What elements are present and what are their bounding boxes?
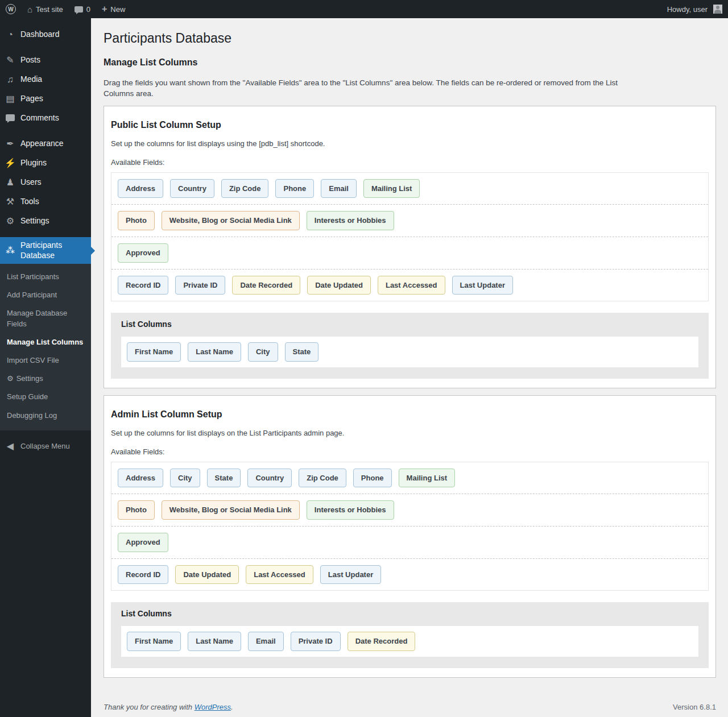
section-heading: Manage List Columns — [104, 57, 716, 68]
field-chip-date-recorded[interactable]: Date Recorded — [232, 276, 300, 295]
page-description: Drag the fields you want shown from the … — [104, 77, 635, 99]
field-chip-approved[interactable]: Approved — [118, 533, 168, 552]
field-chip-first-name[interactable]: First Name — [127, 342, 181, 362]
sidebar-item-posts[interactable]: ✎Posts — [0, 51, 91, 70]
public-list-columns-dropzone[interactable]: First NameLast NameCityState — [121, 337, 698, 367]
submenu-item-manage-list-columns[interactable]: Manage List Columns — [0, 333, 91, 351]
comments-bubble-icon — [75, 6, 83, 13]
users-icon: ♟ — [0, 178, 20, 187]
field-chip-address[interactable]: Address — [118, 179, 163, 198]
field-chip-photo[interactable]: Photo — [118, 500, 155, 520]
submenu-item-add-participant[interactable]: Add Participant — [0, 286, 91, 304]
field-chip-date-updated[interactable]: Date Updated — [307, 276, 371, 295]
field-chip-country[interactable]: Country — [247, 469, 292, 488]
field-chip-mailing-list[interactable]: Mailing List — [363, 179, 420, 198]
admin-list-columns-dropzone[interactable]: First NameLast NameEmailPrivate IDDate R… — [121, 626, 698, 657]
collapse-icon: ◀ — [0, 442, 20, 451]
submenu-item-settings[interactable]: ⚙Settings — [0, 370, 91, 388]
field-chip-last-updater[interactable]: Last Updater — [320, 565, 381, 585]
field-chip-last-accessed[interactable]: Last Accessed — [246, 565, 313, 585]
admin-available-fields-area: AddressCityStateCountryZip CodePhoneMail… — [111, 462, 709, 591]
list-columns-title: List Columns — [121, 320, 698, 329]
field-chip-address[interactable]: Address — [118, 469, 163, 488]
field-chip-date-updated[interactable]: Date Updated — [175, 565, 239, 585]
participants-database-submenu: List ParticipantsAdd ParticipantManage D… — [0, 264, 91, 430]
submenu-item-list-participants[interactable]: List Participants — [0, 268, 91, 286]
field-chip-last-name[interactable]: Last Name — [188, 632, 241, 651]
field-chip-city[interactable]: City — [170, 469, 200, 488]
field-chip-private-id[interactable]: Private ID — [291, 632, 341, 651]
wordpress-link[interactable]: WordPress — [195, 703, 231, 711]
available-fields-row: AddressCityStateCountryZip CodePhoneMail… — [111, 462, 708, 495]
field-chip-photo[interactable]: Photo — [118, 211, 155, 230]
admin-panel-title: Admin List Column Setup — [111, 409, 709, 420]
admin-panel-description: Set up the columns for list displays on … — [111, 429, 709, 437]
plus-icon: + — [102, 5, 107, 14]
field-chip-date-recorded[interactable]: Date Recorded — [348, 632, 416, 651]
field-chip-last-updater[interactable]: Last Updater — [452, 276, 513, 295]
field-chip-state[interactable]: State — [207, 469, 241, 488]
field-chip-private-id[interactable]: Private ID — [175, 276, 225, 295]
wordpress-menu[interactable] — [0, 0, 22, 18]
admin-sidebar: ◔Dashboard✎Posts♫Media▤PagesComments✒App… — [0, 18, 91, 717]
field-chip-last-accessed[interactable]: Last Accessed — [378, 276, 445, 295]
pages-icon: ▤ — [0, 94, 20, 103]
public-panel-description: Set up the columns for list displays usi… — [111, 139, 709, 148]
field-chip-zip-code[interactable]: Zip Code — [221, 179, 269, 198]
gear-icon: ⚙ — [7, 374, 14, 384]
field-chip-phone[interactable]: Phone — [353, 469, 392, 488]
sidebar-item-users[interactable]: ♟Users — [0, 173, 91, 192]
site-name-link[interactable]: ⌂ Test site — [22, 0, 69, 18]
sidebar-item-media[interactable]: ♫Media — [0, 70, 91, 89]
available-fields-row: PhotoWebsite, Blog or Social Media LinkI… — [111, 494, 708, 527]
sidebar-item-label: Media — [20, 74, 42, 85]
field-chip-state[interactable]: State — [285, 342, 319, 362]
collapse-menu-button[interactable]: ◀ Collapse Menu — [0, 437, 91, 455]
field-chip-country[interactable]: Country — [170, 179, 214, 198]
account-menu[interactable]: Howdy, user — [661, 0, 728, 18]
submenu-item-import-csv-file[interactable]: Import CSV File — [0, 351, 91, 370]
sidebar-item-label: Settings — [20, 216, 49, 226]
field-chip-interests-or-hobbies[interactable]: Interests or Hobbies — [307, 211, 394, 230]
admin-footer: Thank you for creating with WordPress. V… — [104, 678, 716, 717]
sidebar-item-appearance[interactable]: ✒Appearance — [0, 134, 91, 154]
available-fields-row: Record IDPrivate IDDate RecordedDate Upd… — [111, 270, 708, 301]
submenu-item-manage-database-fields[interactable]: Manage Database Fields — [0, 304, 91, 333]
sidebar-item-comments[interactable]: Comments — [0, 109, 91, 128]
field-chip-approved[interactable]: Approved — [118, 243, 168, 263]
field-chip-city[interactable]: City — [248, 342, 278, 362]
sidebar-item-plugins[interactable]: ⚡Plugins — [0, 154, 91, 173]
field-chip-record-id[interactable]: Record ID — [118, 565, 168, 585]
footer-thanks-text: Thank you for creating with — [104, 703, 195, 711]
submenu-item-label: Add Participant — [7, 290, 57, 300]
sidebar-item-label: Users — [20, 177, 42, 188]
available-fields-row: PhotoWebsite, Blog or Social Media LinkI… — [111, 205, 708, 237]
field-chip-email[interactable]: Email — [321, 179, 357, 198]
sidebar-item-participants-database[interactable]: ⁂Participants Database — [0, 237, 91, 264]
sidebar-item-dashboard[interactable]: ◔Dashboard — [0, 25, 91, 44]
new-content-link[interactable]: + New — [96, 0, 131, 18]
submenu-item-label: Debugging Log — [7, 411, 57, 421]
field-chip-phone[interactable]: Phone — [275, 179, 314, 198]
field-chip-website-blog-or-social-media-link[interactable]: Website, Blog or Social Media Link — [162, 500, 300, 520]
submenu-item-label: Setup Guide — [7, 392, 48, 402]
sidebar-item-pages[interactable]: ▤Pages — [0, 89, 91, 109]
sidebar-item-tools[interactable]: ⚒Tools — [0, 192, 91, 212]
field-chip-email[interactable]: Email — [248, 632, 284, 651]
field-chip-record-id[interactable]: Record ID — [118, 276, 168, 295]
sidebar-item-label: Participants Database — [20, 241, 89, 260]
sidebar-item-settings[interactable]: ⚙Settings — [0, 212, 91, 231]
submenu-item-debugging-log[interactable]: Debugging Log — [0, 407, 91, 425]
comments-link[interactable]: 0 — [69, 0, 96, 18]
field-chip-website-blog-or-social-media-link[interactable]: Website, Blog or Social Media Link — [162, 211, 300, 230]
participants-icon: ⁂ — [0, 246, 20, 255]
field-chip-interests-or-hobbies[interactable]: Interests or Hobbies — [307, 500, 394, 520]
version-text: Version 6.8.1 — [673, 703, 716, 711]
field-chip-mailing-list[interactable]: Mailing List — [399, 469, 456, 488]
submenu-item-setup-guide[interactable]: Setup Guide — [0, 388, 91, 406]
dashboard-icon: ◔ — [0, 30, 20, 39]
comments-icon — [0, 114, 20, 123]
field-chip-first-name[interactable]: First Name — [127, 632, 181, 651]
field-chip-last-name[interactable]: Last Name — [188, 342, 241, 362]
field-chip-zip-code[interactable]: Zip Code — [299, 469, 346, 488]
